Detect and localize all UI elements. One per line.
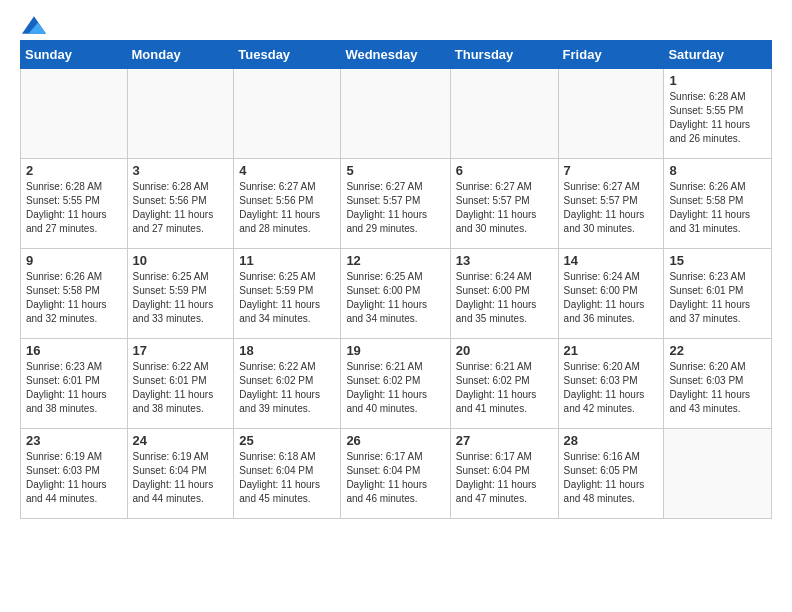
day-info: Sunrise: 6:26 AM Sunset: 5:58 PM Dayligh… bbox=[669, 180, 766, 236]
calendar-day-cell bbox=[558, 69, 664, 159]
day-number: 7 bbox=[564, 163, 659, 178]
day-number: 23 bbox=[26, 433, 122, 448]
day-number: 16 bbox=[26, 343, 122, 358]
calendar-day-cell: 11Sunrise: 6:25 AM Sunset: 5:59 PM Dayli… bbox=[234, 249, 341, 339]
calendar-day-cell bbox=[127, 69, 234, 159]
weekday-header: Saturday bbox=[664, 41, 772, 69]
calendar-day-cell: 8Sunrise: 6:26 AM Sunset: 5:58 PM Daylig… bbox=[664, 159, 772, 249]
weekday-header: Tuesday bbox=[234, 41, 341, 69]
calendar-day-cell: 26Sunrise: 6:17 AM Sunset: 6:04 PM Dayli… bbox=[341, 429, 450, 519]
weekday-header: Sunday bbox=[21, 41, 128, 69]
calendar-day-cell: 3Sunrise: 6:28 AM Sunset: 5:56 PM Daylig… bbox=[127, 159, 234, 249]
calendar-week-row: 2Sunrise: 6:28 AM Sunset: 5:55 PM Daylig… bbox=[21, 159, 772, 249]
calendar-day-cell: 25Sunrise: 6:18 AM Sunset: 6:04 PM Dayli… bbox=[234, 429, 341, 519]
day-number: 5 bbox=[346, 163, 444, 178]
calendar-day-cell bbox=[21, 69, 128, 159]
calendar-day-cell bbox=[341, 69, 450, 159]
calendar-day-cell: 13Sunrise: 6:24 AM Sunset: 6:00 PM Dayli… bbox=[450, 249, 558, 339]
calendar-day-cell: 23Sunrise: 6:19 AM Sunset: 6:03 PM Dayli… bbox=[21, 429, 128, 519]
day-number: 9 bbox=[26, 253, 122, 268]
day-info: Sunrise: 6:28 AM Sunset: 5:55 PM Dayligh… bbox=[669, 90, 766, 146]
day-number: 20 bbox=[456, 343, 553, 358]
day-number: 27 bbox=[456, 433, 553, 448]
day-info: Sunrise: 6:22 AM Sunset: 6:02 PM Dayligh… bbox=[239, 360, 335, 416]
day-number: 26 bbox=[346, 433, 444, 448]
calendar-day-cell: 17Sunrise: 6:22 AM Sunset: 6:01 PM Dayli… bbox=[127, 339, 234, 429]
logo-text bbox=[20, 16, 46, 34]
day-info: Sunrise: 6:27 AM Sunset: 5:57 PM Dayligh… bbox=[564, 180, 659, 236]
day-number: 3 bbox=[133, 163, 229, 178]
logo-icon bbox=[22, 16, 46, 34]
calendar-week-row: 1Sunrise: 6:28 AM Sunset: 5:55 PM Daylig… bbox=[21, 69, 772, 159]
day-info: Sunrise: 6:21 AM Sunset: 6:02 PM Dayligh… bbox=[456, 360, 553, 416]
day-info: Sunrise: 6:18 AM Sunset: 6:04 PM Dayligh… bbox=[239, 450, 335, 506]
calendar-week-row: 23Sunrise: 6:19 AM Sunset: 6:03 PM Dayli… bbox=[21, 429, 772, 519]
day-number: 8 bbox=[669, 163, 766, 178]
day-info: Sunrise: 6:19 AM Sunset: 6:03 PM Dayligh… bbox=[26, 450, 122, 506]
calendar-day-cell: 19Sunrise: 6:21 AM Sunset: 6:02 PM Dayli… bbox=[341, 339, 450, 429]
day-info: Sunrise: 6:26 AM Sunset: 5:58 PM Dayligh… bbox=[26, 270, 122, 326]
day-number: 14 bbox=[564, 253, 659, 268]
calendar-day-cell bbox=[664, 429, 772, 519]
calendar: SundayMondayTuesdayWednesdayThursdayFrid… bbox=[20, 40, 772, 519]
day-info: Sunrise: 6:24 AM Sunset: 6:00 PM Dayligh… bbox=[564, 270, 659, 326]
day-number: 19 bbox=[346, 343, 444, 358]
page: SundayMondayTuesdayWednesdayThursdayFrid… bbox=[0, 0, 792, 535]
day-number: 25 bbox=[239, 433, 335, 448]
day-number: 10 bbox=[133, 253, 229, 268]
day-info: Sunrise: 6:22 AM Sunset: 6:01 PM Dayligh… bbox=[133, 360, 229, 416]
calendar-day-cell: 18Sunrise: 6:22 AM Sunset: 6:02 PM Dayli… bbox=[234, 339, 341, 429]
day-info: Sunrise: 6:27 AM Sunset: 5:57 PM Dayligh… bbox=[456, 180, 553, 236]
day-info: Sunrise: 6:27 AM Sunset: 5:56 PM Dayligh… bbox=[239, 180, 335, 236]
day-info: Sunrise: 6:23 AM Sunset: 6:01 PM Dayligh… bbox=[669, 270, 766, 326]
day-number: 12 bbox=[346, 253, 444, 268]
calendar-day-cell: 2Sunrise: 6:28 AM Sunset: 5:55 PM Daylig… bbox=[21, 159, 128, 249]
day-number: 6 bbox=[456, 163, 553, 178]
calendar-header-row: SundayMondayTuesdayWednesdayThursdayFrid… bbox=[21, 41, 772, 69]
calendar-day-cell: 9Sunrise: 6:26 AM Sunset: 5:58 PM Daylig… bbox=[21, 249, 128, 339]
calendar-week-row: 9Sunrise: 6:26 AM Sunset: 5:58 PM Daylig… bbox=[21, 249, 772, 339]
calendar-day-cell: 24Sunrise: 6:19 AM Sunset: 6:04 PM Dayli… bbox=[127, 429, 234, 519]
weekday-header: Friday bbox=[558, 41, 664, 69]
day-info: Sunrise: 6:25 AM Sunset: 5:59 PM Dayligh… bbox=[133, 270, 229, 326]
day-number: 24 bbox=[133, 433, 229, 448]
day-info: Sunrise: 6:16 AM Sunset: 6:05 PM Dayligh… bbox=[564, 450, 659, 506]
day-info: Sunrise: 6:23 AM Sunset: 6:01 PM Dayligh… bbox=[26, 360, 122, 416]
day-info: Sunrise: 6:28 AM Sunset: 5:55 PM Dayligh… bbox=[26, 180, 122, 236]
calendar-day-cell: 4Sunrise: 6:27 AM Sunset: 5:56 PM Daylig… bbox=[234, 159, 341, 249]
calendar-day-cell bbox=[450, 69, 558, 159]
weekday-header: Thursday bbox=[450, 41, 558, 69]
header bbox=[20, 16, 772, 30]
calendar-day-cell: 28Sunrise: 6:16 AM Sunset: 6:05 PM Dayli… bbox=[558, 429, 664, 519]
day-number: 4 bbox=[239, 163, 335, 178]
day-info: Sunrise: 6:20 AM Sunset: 6:03 PM Dayligh… bbox=[669, 360, 766, 416]
day-info: Sunrise: 6:17 AM Sunset: 6:04 PM Dayligh… bbox=[346, 450, 444, 506]
day-info: Sunrise: 6:27 AM Sunset: 5:57 PM Dayligh… bbox=[346, 180, 444, 236]
day-info: Sunrise: 6:25 AM Sunset: 5:59 PM Dayligh… bbox=[239, 270, 335, 326]
weekday-header: Monday bbox=[127, 41, 234, 69]
calendar-day-cell: 27Sunrise: 6:17 AM Sunset: 6:04 PM Dayli… bbox=[450, 429, 558, 519]
calendar-day-cell: 12Sunrise: 6:25 AM Sunset: 6:00 PM Dayli… bbox=[341, 249, 450, 339]
day-number: 28 bbox=[564, 433, 659, 448]
day-number: 18 bbox=[239, 343, 335, 358]
calendar-day-cell: 14Sunrise: 6:24 AM Sunset: 6:00 PM Dayli… bbox=[558, 249, 664, 339]
calendar-day-cell: 21Sunrise: 6:20 AM Sunset: 6:03 PM Dayli… bbox=[558, 339, 664, 429]
calendar-day-cell: 22Sunrise: 6:20 AM Sunset: 6:03 PM Dayli… bbox=[664, 339, 772, 429]
day-info: Sunrise: 6:21 AM Sunset: 6:02 PM Dayligh… bbox=[346, 360, 444, 416]
day-info: Sunrise: 6:24 AM Sunset: 6:00 PM Dayligh… bbox=[456, 270, 553, 326]
day-number: 13 bbox=[456, 253, 553, 268]
logo bbox=[20, 16, 46, 30]
day-info: Sunrise: 6:19 AM Sunset: 6:04 PM Dayligh… bbox=[133, 450, 229, 506]
day-info: Sunrise: 6:17 AM Sunset: 6:04 PM Dayligh… bbox=[456, 450, 553, 506]
calendar-day-cell: 6Sunrise: 6:27 AM Sunset: 5:57 PM Daylig… bbox=[450, 159, 558, 249]
calendar-day-cell: 15Sunrise: 6:23 AM Sunset: 6:01 PM Dayli… bbox=[664, 249, 772, 339]
calendar-day-cell: 16Sunrise: 6:23 AM Sunset: 6:01 PM Dayli… bbox=[21, 339, 128, 429]
day-number: 11 bbox=[239, 253, 335, 268]
day-number: 22 bbox=[669, 343, 766, 358]
calendar-day-cell: 1Sunrise: 6:28 AM Sunset: 5:55 PM Daylig… bbox=[664, 69, 772, 159]
calendar-day-cell: 5Sunrise: 6:27 AM Sunset: 5:57 PM Daylig… bbox=[341, 159, 450, 249]
day-number: 1 bbox=[669, 73, 766, 88]
weekday-header: Wednesday bbox=[341, 41, 450, 69]
calendar-week-row: 16Sunrise: 6:23 AM Sunset: 6:01 PM Dayli… bbox=[21, 339, 772, 429]
day-info: Sunrise: 6:28 AM Sunset: 5:56 PM Dayligh… bbox=[133, 180, 229, 236]
